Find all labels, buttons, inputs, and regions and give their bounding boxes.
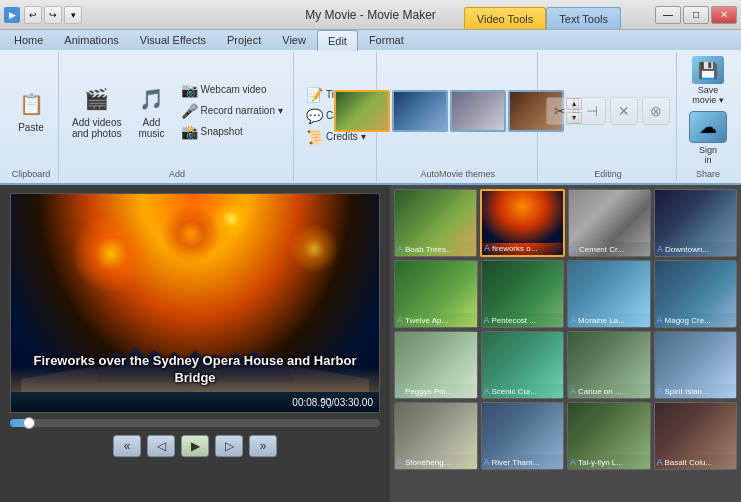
preview-panel: Fireworks over the Sydney Opera House an… — [0, 185, 390, 502]
tab-format[interactable]: Format — [359, 30, 414, 50]
clip-pentecost-thumbnail — [482, 261, 564, 313]
add-videos-label: Add videos and photos — [72, 117, 122, 139]
paste-label: Paste — [18, 122, 44, 133]
clip-basalt-columns[interactable]: A Basalt Colu... — [654, 402, 738, 470]
step-back-button[interactable]: ◁ — [147, 435, 175, 457]
clip-icon: A — [397, 244, 403, 254]
add-videos-button[interactable]: 🎬 Add videos and photos — [67, 80, 127, 142]
clip-stonehenge-label: A Stoneheng... — [397, 457, 475, 467]
storyboard-row-3: A Peggys Poi... A Scenic Cur... A Cano — [394, 331, 737, 399]
tab-project[interactable]: Project — [217, 30, 271, 50]
undo-button[interactable]: ↩ — [24, 6, 42, 24]
webcam-button[interactable]: 📷 Webcam video — [177, 80, 287, 100]
split-button[interactable]: ⊣ — [578, 97, 606, 125]
clip-pentecost[interactable]: A Pentecost ... — [481, 260, 565, 328]
quick-access-menu-button[interactable]: ▾ — [64, 6, 82, 24]
remove-button[interactable]: ⊗ — [642, 97, 670, 125]
clip-downtown-thumbnail — [655, 190, 736, 242]
clip-cement-text: Cement Cr... — [579, 245, 624, 254]
clip-scenic-label: A Scenic Cur... — [484, 386, 562, 396]
clip-moraine-thumbnail — [568, 261, 650, 313]
fast-forward-button[interactable]: » — [249, 435, 277, 457]
paste-button[interactable]: 📋 Paste — [10, 85, 52, 136]
clip-thames-text: River Tham... — [492, 458, 540, 467]
clip-boab-trees[interactable]: A Boab Trees... — [394, 189, 477, 257]
delete-button[interactable]: ✕ — [610, 97, 638, 125]
clip-icon: A — [397, 386, 403, 396]
clip-cement-label: A Cement Cr... — [571, 244, 648, 254]
clip-moraine-label: A Moraine La... — [570, 315, 648, 325]
snapshot-label: Snapshot — [201, 126, 243, 137]
clip-scenic-curt[interactable]: A Scenic Cur... — [481, 331, 565, 399]
clip-fireworks-label: A fireworks o... — [484, 243, 561, 253]
tab-edit[interactable]: Edit — [317, 30, 358, 51]
play-button[interactable]: ▶ — [181, 435, 209, 457]
clip-icon: A — [570, 457, 576, 467]
save-movie-label: Savemovie ▾ — [692, 85, 724, 105]
clip-tal-y-llyn[interactable]: A Tal-y-llyn L... — [567, 402, 651, 470]
seek-bar[interactable] — [10, 419, 380, 427]
clip-icon: A — [484, 243, 490, 253]
storyboard-row-2: A Twelve Ap... A Pentecost ... A Morai — [394, 260, 737, 328]
clip-spirit-thumbnail — [655, 332, 737, 384]
tab-home[interactable]: Home — [4, 30, 53, 50]
automovie-group: ▲ ▼ AutoMovie themes — [379, 52, 538, 181]
close-button[interactable]: ✕ — [711, 6, 737, 24]
minimize-button[interactable]: — — [655, 6, 681, 24]
rewind-button[interactable]: « — [113, 435, 141, 457]
caption-overlay: Fireworks over the Sydney Opera House an… — [11, 353, 379, 387]
save-movie-button[interactable]: 💾 Savemovie ▾ — [688, 54, 728, 107]
add-music-label: Add music — [138, 117, 164, 139]
credits-icon: 📜 — [306, 129, 323, 145]
record-narration-button[interactable]: 🎤 Record narration ▾ — [177, 101, 287, 121]
clip-stonehenge-thumbnail — [395, 403, 477, 455]
add-group: 🎬 Add videos and photos 🎵 Add music 📷 We… — [61, 52, 294, 181]
storyboard-scroll[interactable]: A Boab Trees... A fireworks o... A Cem — [390, 185, 741, 502]
trim-button[interactable]: ✂ — [546, 97, 574, 125]
snapshot-button[interactable]: 📸 Snapshot — [177, 122, 287, 142]
maximize-button[interactable]: □ — [683, 6, 709, 24]
tab-view[interactable]: View — [272, 30, 316, 50]
clip-downtown[interactable]: A Downtown... — [654, 189, 737, 257]
text-tools-tab[interactable]: Text Tools — [546, 7, 621, 29]
add-music-button[interactable]: 🎵 Add music — [131, 80, 173, 142]
redo-button[interactable]: ↪ — [44, 6, 62, 24]
clip-twelve-apostles[interactable]: A Twelve Ap... — [394, 260, 478, 328]
clip-peggys-point[interactable]: A Peggys Poi... — [394, 331, 478, 399]
save-movie-icon: 💾 — [692, 56, 724, 84]
tab-visual-effects[interactable]: Visual Effects — [130, 30, 216, 50]
automovie-group-label: AutoMovie themes — [421, 169, 496, 179]
clip-peggys-thumbnail — [395, 332, 477, 384]
sign-in-button[interactable]: ☁ Signin — [685, 109, 731, 167]
storyboard-panel: A Boab Trees... A fireworks o... A Cem — [390, 185, 741, 502]
clip-canoe[interactable]: A Canoe on ... — [567, 331, 651, 399]
step-forward-button[interactable]: ▷ — [215, 435, 243, 457]
clip-magog-creek[interactable]: A Magog Cre... — [654, 260, 738, 328]
clip-moraine-text: Moraine La... — [578, 316, 625, 325]
clip-river-thames[interactable]: A River Tham... — [481, 402, 565, 470]
clip-spirit-text: Spirit Islan... — [665, 387, 709, 396]
add-music-icon: 🎵 — [136, 83, 168, 115]
webcam-icon: 📷 — [181, 82, 198, 98]
snapshot-icon: 📸 — [181, 124, 198, 140]
clip-spirit-label: A Spirit Islan... — [657, 386, 735, 396]
share-group-content: 💾 Savemovie ▾ ☁ Signin — [685, 54, 731, 167]
clip-stonehenge[interactable]: A Stoneheng... — [394, 402, 478, 470]
clip-downtown-label: A Downtown... — [657, 244, 734, 254]
ribbon-content: 📋 Paste Clipboard 🎬 Add videos and photo… — [0, 50, 741, 183]
clip-spirit-island[interactable]: A Spirit Islan... — [654, 331, 738, 399]
fullscreen-button[interactable]: ⛶ — [321, 398, 331, 409]
clip-moraine-lake[interactable]: A Moraine La... — [567, 260, 651, 328]
video-tools-tab[interactable]: Video Tools — [464, 7, 546, 29]
clip-fireworks[interactable]: A fireworks o... — [480, 189, 565, 257]
clip-cement-cr[interactable]: A Cement Cr... — [568, 189, 651, 257]
clip-twelve-label: A Twelve Ap... — [397, 315, 475, 325]
editing-group-content: ✂ ⊣ ✕ ⊗ — [546, 54, 670, 167]
theme-1[interactable] — [334, 90, 390, 132]
firework-3 — [289, 224, 339, 274]
tab-animations[interactable]: Animations — [54, 30, 128, 50]
add-videos-icon: 🎬 — [81, 83, 113, 115]
caption-icon: 💬 — [306, 108, 323, 124]
theme-2[interactable] — [392, 90, 448, 132]
theme-3[interactable] — [450, 90, 506, 132]
